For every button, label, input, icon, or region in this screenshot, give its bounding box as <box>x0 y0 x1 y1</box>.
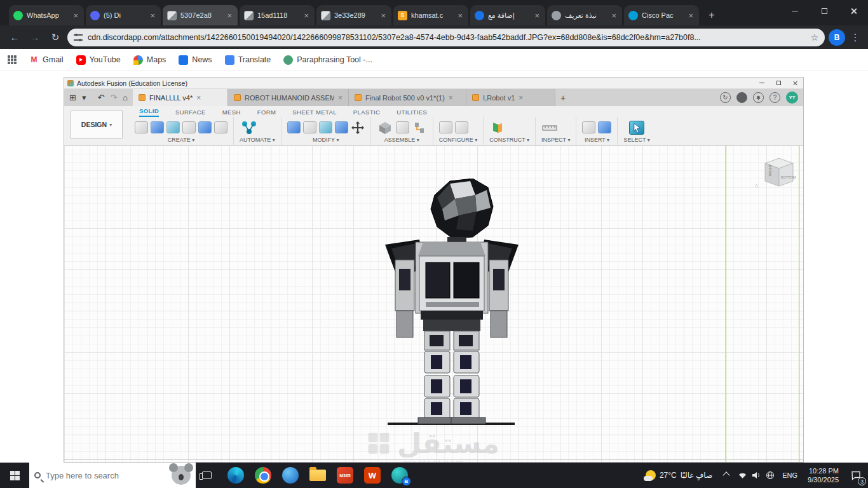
group-label[interactable]: AUTOMATE ▾ <box>240 137 275 143</box>
file-menu-icon[interactable]: ▾ <box>82 93 86 102</box>
edge-icon[interactable] <box>227 467 244 484</box>
tab-close-icon[interactable]: × <box>687 11 695 20</box>
bookmark-star-icon[interactable]: ☆ <box>810 32 818 43</box>
configure-table-icon[interactable] <box>439 121 452 133</box>
ribbon-tab-form[interactable]: FORM <box>257 109 276 117</box>
bookmark-paraphrasing-tool[interactable]: Paraphrasing Tool -... <box>283 55 372 65</box>
tab-close-icon[interactable]: × <box>533 11 541 20</box>
weather-widget[interactable]: 27°C صافٍ غالبًا <box>639 470 719 480</box>
job-status-icon[interactable]: ↻ <box>720 92 731 103</box>
group-label[interactable]: MODIFY ▾ <box>287 137 365 143</box>
fusion-user-avatar[interactable]: YT <box>786 92 798 104</box>
file-explorer-icon[interactable] <box>309 467 326 484</box>
create-sweep-icon[interactable] <box>182 121 196 133</box>
viewcube-home-icon[interactable]: ⌂ <box>755 182 758 189</box>
insert-mesh-icon[interactable] <box>598 121 611 133</box>
ribbon-tab-mesh[interactable]: MESH <box>222 109 241 117</box>
fusion-maximize-button[interactable] <box>770 78 787 88</box>
volume-icon[interactable] <box>749 463 763 488</box>
bookmark-youtube[interactable]: YouTube <box>76 55 121 65</box>
fusion-tab-finallll-v4[interactable]: FINALLLL v4* × <box>133 89 228 106</box>
app-grid-icon[interactable]: ⊞ <box>69 93 76 102</box>
construct-plane-icon[interactable] <box>489 120 506 135</box>
tab-close-icon[interactable]: × <box>456 11 464 20</box>
close-button[interactable] <box>839 0 868 22</box>
move-copy-icon[interactable] <box>351 121 365 135</box>
create-solid-icon[interactable] <box>151 121 164 133</box>
address-bar[interactable]: cdn.discordapp.com/attachments/142266015… <box>67 29 825 46</box>
create-revolve-icon[interactable] <box>166 121 180 133</box>
browser-menu-icon[interactable]: ⋮ <box>849 32 862 43</box>
apps-button[interactable] <box>8 55 17 64</box>
tab-close-icon[interactable]: × <box>149 11 156 20</box>
doc-tab-close-icon[interactable]: × <box>519 93 523 102</box>
joint-icon[interactable] <box>396 121 409 133</box>
modify-combine-icon[interactable] <box>335 121 348 133</box>
task-view-button[interactable] <box>196 463 217 488</box>
group-label[interactable]: INSPECT ▾ <box>541 137 570 143</box>
word-icon[interactable]: W <box>364 467 381 484</box>
ribbon-tab-plastic[interactable]: PLASTIC <box>353 109 380 117</box>
profile-avatar[interactable]: B <box>829 29 845 46</box>
tab-close-icon[interactable]: × <box>302 11 310 20</box>
assemble-motion-icon[interactable] <box>412 120 427 135</box>
create-pattern-icon[interactable] <box>214 121 227 133</box>
browser-app-icon[interactable] <box>282 467 299 484</box>
back-button[interactable]: ← <box>6 29 23 46</box>
bookmark-translate[interactable]: Translate <box>225 55 271 65</box>
viewcube[interactable]: RIGHT BOTTOM ⌂ <box>756 154 798 190</box>
group-label[interactable]: CONFIGURE ▾ <box>439 137 478 143</box>
tab-close-icon[interactable]: × <box>72 11 79 20</box>
forward-button[interactable]: → <box>27 29 43 46</box>
ribbon-tab-utilities[interactable]: UTILITIES <box>397 109 427 117</box>
start-button[interactable] <box>0 463 29 488</box>
new-component-icon[interactable] <box>377 120 393 135</box>
tab-image-15ad1118[interactable]: 15ad1118 × <box>240 5 315 25</box>
fusion-minimize-button[interactable] <box>754 78 770 88</box>
fusion-new-tab-button[interactable]: + <box>555 89 571 106</box>
ribbon-tab-surface[interactable]: SURFACE <box>175 109 206 117</box>
network-icon[interactable] <box>735 463 749 488</box>
tab-image-5307e2a8[interactable]: 5307e2a8 × <box>163 5 238 25</box>
group-label[interactable]: CONSTRUCT ▾ <box>489 137 529 143</box>
tab-discord[interactable]: (5) Di × <box>86 5 161 25</box>
fusion-tab-irobot-v1[interactable]: I,Robot v1 × <box>466 89 555 106</box>
extensions-icon[interactable] <box>736 92 747 103</box>
globe-icon[interactable] <box>763 463 777 488</box>
tab-close-icon[interactable]: × <box>379 11 387 20</box>
fusion-canvas[interactable]: RIGHT BOTTOM ⌂ <box>64 146 803 463</box>
chrome-icon[interactable] <box>255 467 271 484</box>
maximize-button[interactable] <box>810 0 839 22</box>
bookmark-news[interactable]: News <box>179 55 212 65</box>
tab-khamsat[interactable]: 5 khamsat.c × <box>393 5 468 25</box>
doc-tab-close-icon[interactable]: × <box>449 93 453 102</box>
search-input[interactable] <box>46 471 166 480</box>
modify-shell-icon[interactable] <box>319 121 332 133</box>
home-view-icon[interactable]: ⌂ <box>123 93 128 102</box>
tab-whatsapp[interactable]: WhatsApp × <box>9 5 84 25</box>
bookmark-gmail[interactable]: M Gmail <box>29 55 64 65</box>
tab-close-icon[interactable]: × <box>610 11 618 20</box>
tab-arabic-add[interactable]: إضافة مع × <box>470 5 545 25</box>
group-label[interactable]: ASSEMBLE ▾ <box>377 137 427 143</box>
help-icon[interactable]: ? <box>770 92 780 103</box>
create-loft-icon[interactable] <box>198 121 212 133</box>
group-label[interactable]: SELECT ▾ <box>623 137 649 143</box>
create-sketch-icon[interactable] <box>135 121 148 133</box>
select-tool[interactable] <box>629 121 644 135</box>
new-tab-button[interactable]: + <box>703 7 720 24</box>
taskbar-clock[interactable]: 10:28 PM 9/30/2025 <box>803 466 844 484</box>
group-label[interactable]: INSERT ▾ <box>582 137 611 143</box>
redo-icon[interactable]: ↷ <box>110 93 117 102</box>
insert-canvas-icon[interactable] <box>582 121 595 133</box>
ribbon-tab-solid[interactable]: SOLID <box>139 107 159 117</box>
minimize-button[interactable] <box>780 0 810 22</box>
fusion-tab-final-robot-500[interactable]: Final Robot 500 v0 v1*(1) × <box>349 89 466 106</box>
app-with-profile-badge[interactable]: B <box>391 467 408 484</box>
ribbon-tab-sheet-metal[interactable]: SHEET METAL <box>292 109 337 117</box>
url-text[interactable]: cdn.discordapp.com/attachments/142266015… <box>88 33 805 42</box>
configuration-icon[interactable] <box>455 121 468 133</box>
notifications-bell-icon[interactable] <box>753 92 764 103</box>
fusion-tab-robot-humanoid-assembly[interactable]: ROBOT HUMANOID ASSEMBLY*(1) × <box>228 89 349 106</box>
fusion-close-button[interactable] <box>787 78 803 88</box>
